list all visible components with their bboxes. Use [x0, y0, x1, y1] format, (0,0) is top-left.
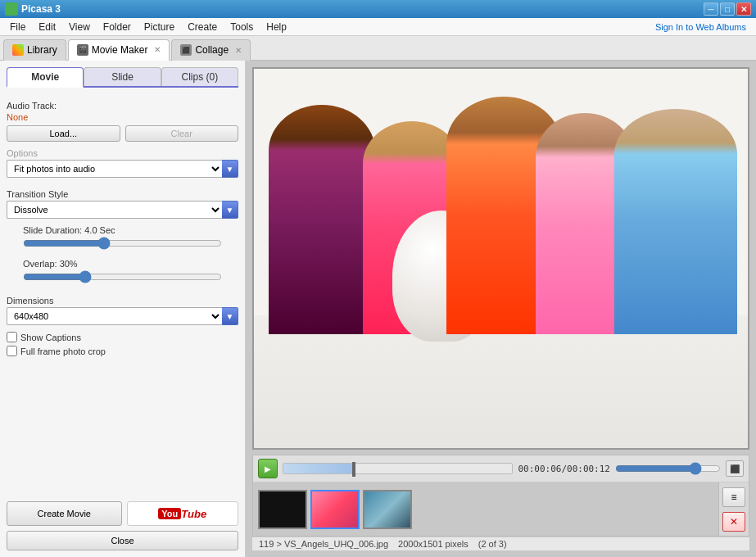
- window-controls: ─ □ ✕: [704, 2, 751, 16]
- create-row: Create Movie YouTube: [7, 501, 238, 526]
- right-panel: ▶ 00:00:06/00:00:12 ⬛: [246, 61, 756, 557]
- sub-tabs: Movie Slide Clips (0): [7, 67, 238, 88]
- thumbnail-1[interactable]: [258, 490, 307, 529]
- options-select-wrapper: Fit photos into audio ▼: [7, 160, 238, 178]
- tab-movie-maker-label: Movie Maker: [92, 44, 148, 56]
- transition-select-arrow[interactable]: ▼: [222, 201, 238, 219]
- timeline-main: [253, 482, 718, 536]
- youtube-logo: You: [158, 508, 181, 519]
- load-button[interactable]: Load...: [7, 125, 120, 142]
- timeline-thumb[interactable]: [352, 462, 355, 477]
- timeline-thumbnails: [253, 482, 718, 536]
- left-panel: Movie Slide Clips (0) Audio Track: None …: [0, 61, 246, 557]
- overlap-slider-container: [7, 270, 238, 286]
- menu-bar: File Edit View Folder Picture Create Too…: [0, 18, 756, 36]
- close-button[interactable]: ✕: [736, 2, 751, 16]
- overlap-label: Overlap: 30%: [7, 259, 238, 269]
- show-captions-checkbox[interactable]: [7, 332, 17, 342]
- close-panel-button[interactable]: Close: [7, 531, 238, 550]
- sign-in-link[interactable]: Sign In to Web Albums: [655, 22, 753, 32]
- menu-edit[interactable]: Edit: [32, 20, 62, 34]
- add-clip-button[interactable]: ≡: [722, 487, 745, 507]
- tab-movie-maker-close[interactable]: ✕: [154, 45, 161, 54]
- figure-1: [269, 105, 375, 334]
- transition-select[interactable]: NoneDissolveFadeZoomWipe: [7, 201, 222, 219]
- overlap-section: Overlap: 30%: [7, 259, 238, 288]
- timeline-area: ▶ 00:00:06/00:00:12 ⬛: [252, 455, 749, 537]
- slide-duration-slider[interactable]: [23, 237, 222, 250]
- timeline-controls: ▶ 00:00:06/00:00:12 ⬛: [253, 455, 749, 482]
- audio-buttons: Load... Clear: [7, 125, 238, 142]
- transition-select-wrapper: NoneDissolveFadeZoomWipe ▼: [7, 201, 238, 219]
- menu-folder[interactable]: Folder: [97, 20, 138, 34]
- tab-collage[interactable]: ⬛ Collage ✕: [171, 39, 251, 61]
- sub-tab-slide[interactable]: Slide: [84, 67, 161, 86]
- view-mode-button[interactable]: ⬛: [726, 460, 744, 477]
- audio-none-value: None: [7, 112, 238, 122]
- full-frame-checkbox[interactable]: [7, 346, 17, 356]
- dimensions-select-wrapper: 640x4801280x7201920x1080320x240 ▼: [7, 307, 238, 325]
- overlap-slider[interactable]: [23, 270, 222, 283]
- menu-tools[interactable]: Tools: [224, 20, 260, 34]
- main-content: Movie Slide Clips (0) Audio Track: None …: [0, 61, 756, 557]
- timeline-bar[interactable]: [283, 463, 513, 474]
- timeline-zoom: [615, 462, 721, 475]
- app-icon: [5, 2, 18, 16]
- create-movie-button[interactable]: Create Movie: [7, 501, 122, 526]
- tab-library-label: Library: [27, 44, 57, 56]
- tab-collage-label: Collage: [195, 44, 229, 56]
- options-select[interactable]: Fit photos into audio: [7, 160, 222, 178]
- status-dimensions: 2000x1501 pixels: [398, 539, 469, 549]
- time-display: 00:00:06/00:00:12: [518, 464, 610, 474]
- collage-icon: ⬛: [180, 44, 192, 56]
- title-bar: Picasa 3 ─ □ ✕: [0, 0, 756, 18]
- tab-bar: Library 🎬 Movie Maker ✕ ⬛ Collage ✕: [0, 36, 756, 61]
- delete-clip-button[interactable]: ✕: [722, 512, 745, 532]
- photo-preview: [252, 67, 749, 450]
- menu-file[interactable]: File: [3, 20, 32, 34]
- timeline-with-side: ≡ ✕: [253, 482, 749, 536]
- show-captions-row: Show Captions: [7, 332, 238, 342]
- zoom-slider[interactable]: [615, 462, 721, 475]
- library-icon: [12, 44, 24, 56]
- menu-view[interactable]: View: [62, 20, 97, 34]
- timeline-progress: [283, 464, 352, 473]
- sub-tab-movie[interactable]: Movie: [7, 67, 84, 88]
- full-frame-row: Full frame photo crop: [7, 346, 238, 356]
- options-label: Options: [7, 148, 238, 158]
- slide-duration-label: Slide Duration: 4.0 Sec: [7, 225, 238, 235]
- show-captions-label: Show Captions: [20, 333, 81, 342]
- status-count: (2 of 3): [478, 539, 507, 549]
- status-bar: 119 > VS_Angels_UHQ_006.jpg 2000x1501 pi…: [252, 537, 749, 550]
- photo-background: [254, 69, 748, 448]
- tab-collage-close[interactable]: ✕: [235, 46, 242, 55]
- dimensions-label: Dimensions: [7, 296, 238, 306]
- bottom-buttons: Create Movie YouTube Close: [7, 501, 238, 550]
- slide-duration-section: Slide Duration: 4.0 Sec: [7, 225, 238, 254]
- play-button[interactable]: ▶: [258, 459, 278, 478]
- youtube-button[interactable]: YouTube: [127, 501, 239, 526]
- menu-help[interactable]: Help: [260, 20, 293, 34]
- maximize-button[interactable]: □: [720, 2, 735, 16]
- timeline-side-buttons: ≡ ✕: [718, 482, 749, 536]
- transition-label: Transition Style: [7, 189, 238, 199]
- movie-maker-icon: 🎬: [77, 44, 88, 56]
- tab-movie-maker[interactable]: 🎬 Movie Maker ✕: [68, 39, 170, 61]
- figure-5: [614, 109, 737, 334]
- menu-create[interactable]: Create: [181, 20, 224, 34]
- thumbnail-3[interactable]: [363, 490, 412, 529]
- audio-track-label: Audio Track:: [7, 101, 238, 111]
- full-frame-label: Full frame photo crop: [20, 346, 106, 356]
- dimensions-select[interactable]: 640x4801280x7201920x1080320x240: [7, 307, 222, 325]
- sub-tab-clips[interactable]: Clips (0): [161, 67, 238, 86]
- slide-duration-slider-container: [7, 237, 238, 252]
- window-title: Picasa 3: [21, 3, 61, 15]
- tab-library[interactable]: Library: [3, 39, 66, 61]
- options-select-arrow[interactable]: ▼: [222, 160, 238, 178]
- thumbnail-2[interactable]: [310, 490, 360, 529]
- menu-picture[interactable]: Picture: [138, 20, 181, 34]
- clear-button[interactable]: Clear: [125, 125, 239, 142]
- minimize-button[interactable]: ─: [704, 2, 718, 16]
- dimensions-select-arrow[interactable]: ▼: [222, 307, 238, 325]
- status-path: 119 > VS_Angels_UHQ_006.jpg: [259, 539, 388, 549]
